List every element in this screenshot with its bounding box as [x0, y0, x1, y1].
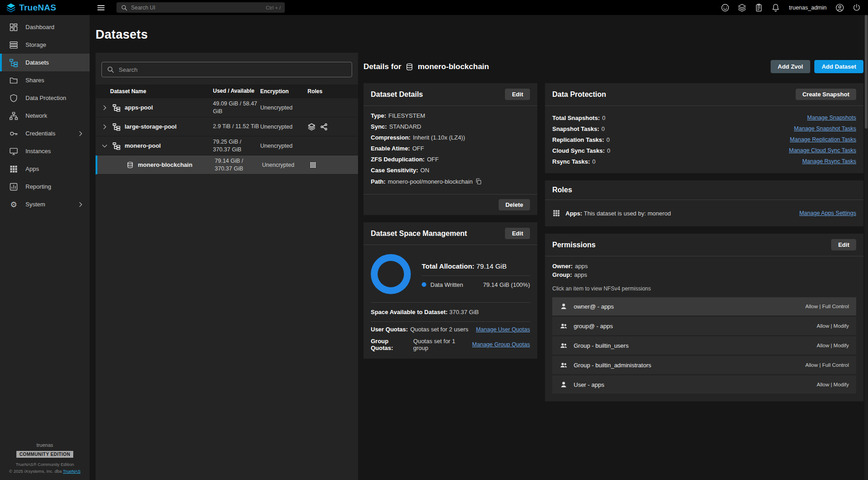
create-snapshot-button[interactable]: Create Snapshot: [796, 89, 856, 100]
brand-name: TrueNAS: [19, 3, 56, 13]
chevron-right-icon[interactable]: [101, 123, 108, 130]
dataset-name: apps-pool: [125, 104, 153, 111]
chevron-down-icon[interactable]: [101, 142, 108, 150]
jobs-clipboard-icon[interactable]: [754, 3, 763, 12]
person-icon: [560, 380, 568, 389]
manage-replication-tasks-link[interactable]: Manage Replication Tasks: [790, 136, 856, 143]
space-management-card: Dataset Space Management Edit Total Allo…: [363, 222, 537, 359]
permission-item-user-apps[interactable]: User - apps Allow | Modify: [552, 375, 856, 394]
sidebar-item-storage[interactable]: Storage: [0, 36, 90, 54]
search-icon: [106, 65, 115, 74]
shares-folder-icon: [9, 76, 18, 85]
truenas-logo[interactable]: TrueNAS: [0, 3, 90, 13]
sidebar-item-shares[interactable]: Shares: [0, 71, 90, 89]
used-available: 79.25 GiB / 370.37 GiB: [213, 138, 260, 153]
roles-card: Roles Apps: This dataset is used by: mon…: [545, 180, 863, 226]
add-zvol-button[interactable]: Add Zvol: [771, 60, 811, 73]
manage-apps-settings-link[interactable]: Manage Apps Settings: [799, 210, 856, 216]
edit-space-button[interactable]: Edit: [505, 228, 530, 239]
sidebar-item-system[interactable]: ⚙ System: [0, 195, 90, 213]
alerts-bell-icon[interactable]: [771, 3, 780, 12]
dataset-row-apps-pool[interactable]: apps-pool 49.09 GiB / 58.47 GiB Unencryp…: [96, 98, 358, 117]
manage-user-quotas-link[interactable]: Manage User Quotas: [476, 326, 530, 333]
edit-permissions-button[interactable]: Edit: [831, 239, 856, 250]
scrollbar-thumb[interactable]: [865, 15, 868, 129]
dataset-name: large-storage-pool: [125, 123, 177, 130]
footer-line2: © 2025 iXsystems, Inc. dba TrueNAS: [9, 468, 81, 475]
permission-item-builtin-administrators[interactable]: Group - builtin_administrators Allow | F…: [552, 356, 856, 374]
nfsv4-hint: Click an item to view NFSv4 permissions: [552, 285, 856, 292]
global-search-input[interactable]: [131, 5, 262, 11]
page-title: Datasets: [96, 28, 863, 42]
footer-truenas-link[interactable]: TrueNAS: [63, 469, 81, 474]
field-type: Type:FILESYSTEM: [371, 112, 530, 119]
person-icon: [560, 302, 568, 310]
sidebar-item-label: Datasets: [25, 59, 49, 66]
apps-grid-icon: [552, 209, 560, 217]
column-dataset-name: Dataset Name: [96, 88, 213, 95]
permission-item-builtin-users[interactable]: Group - builtin_users Allow | Modify: [552, 336, 856, 355]
dataset-name: monero-pool: [125, 142, 161, 149]
dataset-row-monero-pool[interactable]: monero-pool 79.25 GiB / 370.37 GiB Unenc…: [96, 136, 358, 155]
key-icon: [9, 129, 18, 138]
sidebar-item-reporting[interactable]: Reporting: [0, 178, 90, 195]
layers-icon[interactable]: [737, 3, 747, 12]
add-dataset-button[interactable]: Add Dataset: [814, 60, 863, 73]
manage-cloud-sync-tasks-link[interactable]: Manage Cloud Sync Tasks: [789, 147, 856, 154]
dataset-search-input[interactable]: [119, 66, 347, 73]
manage-rsync-tasks-link[interactable]: Manage Rsync Tasks: [802, 158, 856, 165]
sidebar: Dashboard Storage Datasets Shares Data P…: [0, 15, 90, 480]
sidebar-item-label: Shares: [25, 77, 44, 84]
sidebar-item-label: Data Protection: [25, 95, 66, 101]
apps-role-icon: [309, 161, 317, 169]
sidebar-item-instances[interactable]: Instances: [0, 142, 90, 160]
dataset-tree-panel: Dataset Name Used / Available Encryption…: [96, 53, 358, 480]
page-scrollbar: [864, 15, 868, 480]
delete-dataset-button[interactable]: Delete: [499, 199, 530, 210]
power-icon[interactable]: [852, 3, 861, 12]
layers-role-icon: [308, 123, 316, 131]
apps-role-line: Apps: This dataset is used by: monerod M…: [552, 206, 856, 220]
details-panel: Details for monero-blockchain Add Zvol A…: [363, 53, 863, 470]
permission-item-group-at[interactable]: group@ - apps Allow | Modify: [552, 317, 856, 335]
chevron-right-icon[interactable]: [101, 104, 108, 111]
global-search[interactable]: Ctrl + /: [116, 2, 285, 13]
copy-path-icon[interactable]: [475, 178, 482, 185]
manage-snapshot-tasks-link[interactable]: Manage Snapshot Tasks: [794, 125, 856, 132]
column-encryption: Encryption: [260, 88, 308, 95]
space-available: Space Available to Dataset: 370.37 GiB: [371, 303, 530, 322]
topbar: TrueNAS Ctrl + / truenas_admin: [0, 0, 868, 15]
sidebar-item-credentials[interactable]: Credentials: [0, 125, 90, 142]
people-icon: [560, 322, 568, 330]
dataset-row-large-storage-pool[interactable]: large-storage-pool 2.9 TiB / 11.52 TiB U…: [96, 117, 358, 136]
dataset-row-monero-blockchain[interactable]: monero-blockchain 79.14 GiB / 370.37 GiB…: [96, 155, 358, 175]
permission-item-owner[interactable]: owner@ - apps Allow | Full Control: [552, 297, 856, 315]
hamburger-menu-icon[interactable]: [95, 1, 107, 14]
details-title-prefix: Details for: [363, 62, 401, 71]
sidebar-item-network[interactable]: Network: [0, 107, 90, 125]
manage-snapshots-link[interactable]: Manage Snapshots: [807, 115, 856, 121]
pool-tree-icon: [112, 142, 121, 150]
encryption-state: Unencrypted: [260, 124, 308, 130]
edit-dataset-details-button[interactable]: Edit: [505, 89, 530, 100]
dataset-search[interactable]: [101, 62, 352, 77]
field-path: Path: monero-pool/monero-blockchain: [371, 178, 530, 185]
dataset-name: monero-blockchain: [138, 161, 192, 168]
feedback-smiley-icon[interactable]: [721, 3, 730, 12]
sidebar-item-apps[interactable]: Apps: [0, 160, 90, 178]
tree-header-row: Dataset Name Used / Available Encryption…: [96, 85, 358, 98]
manage-group-quotas-link[interactable]: Manage Group Quotas: [472, 341, 530, 348]
dashboard-icon: [9, 23, 18, 32]
card-title: Dataset Space Management: [371, 230, 467, 238]
used-available: 49.09 GiB / 58.47 GiB: [213, 100, 260, 115]
main-content: Datasets Dataset Name Used / Available E…: [90, 15, 868, 480]
shield-icon: [9, 94, 18, 103]
chevron-right-icon: [77, 201, 84, 208]
people-icon: [560, 361, 568, 369]
field-sync: Sync:STANDARD: [371, 123, 530, 130]
sidebar-item-data-protection[interactable]: Data Protection: [0, 89, 90, 107]
chart-legend: Data Written 79.14 GiB (100%): [422, 275, 530, 288]
sidebar-item-datasets[interactable]: Datasets: [0, 54, 90, 71]
sidebar-item-dashboard[interactable]: Dashboard: [0, 18, 90, 36]
user-avatar-icon[interactable]: [835, 3, 844, 12]
